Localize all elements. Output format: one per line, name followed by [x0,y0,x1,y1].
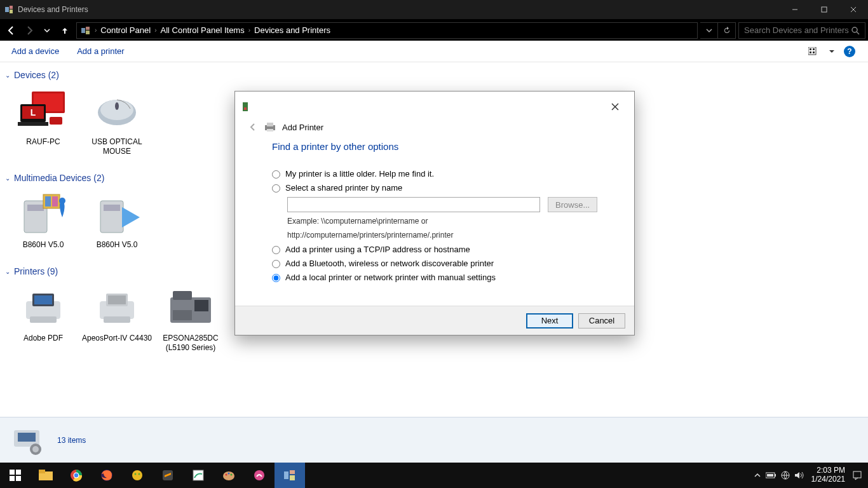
option-label: Select a shared printer by name [285,183,402,193]
taskbar-clock[interactable]: 2:03 PM 1/24/2021 [806,466,850,484]
radio-shared[interactable] [272,184,280,193]
address-bar: › Control Panel › All Control Panel Item… [0,19,868,41]
radio-older[interactable] [272,170,280,179]
section-title: Multimedia Devices (2) [14,173,104,183]
start-button[interactable] [0,463,31,488]
add-printer-dialog: Add Printer Find a printer by other opti… [234,91,635,336]
taskbar-time: 2:03 PM [811,466,845,475]
media-label: B860H V5.0 [8,240,79,250]
svg-rect-60 [10,470,15,475]
svg-rect-12 [808,47,816,55]
add-printer-link[interactable]: Add a printer [77,46,124,56]
device-item[interactable]: USB OPTICAL MOUSE [81,89,153,156]
radio-tcpip[interactable] [272,246,280,254]
search-icon [851,26,860,35]
taskbar-app-draw[interactable] [183,463,214,488]
nav-back-button[interactable] [3,21,20,40]
maximize-button[interactable] [810,0,839,19]
taskbar-sublime[interactable] [153,463,183,488]
dialog-footer: Next Cancel [235,306,634,335]
tray-volume-icon[interactable] [792,463,806,488]
view-dropdown-button[interactable] [825,44,839,58]
printer-item[interactable]: ApeosPort-IV C4430 [81,285,153,353]
taskbar-control-panel[interactable] [275,463,305,488]
option-label: Add a Bluetooth, wireless or network dis… [285,259,494,268]
svg-rect-31 [52,196,58,207]
nav-forward-button[interactable] [20,21,38,40]
tray-battery-icon[interactable] [764,463,778,488]
svg-rect-57 [18,433,36,442]
taskbar-app-pink[interactable] [244,463,275,488]
svg-rect-14 [813,48,815,50]
breadcrumb-item[interactable]: Control Panel [100,25,151,35]
chevron-down-icon: ⌄ [5,175,10,182]
add-device-link[interactable]: Add a device [11,46,59,56]
media-item[interactable]: B860H V5.0 [8,192,79,250]
option-shared-printer[interactable]: Select a shared printer by name [272,183,597,193]
taskbar-chrome[interactable] [61,463,92,488]
section-title: Devices (2) [14,70,59,80]
option-local-printer[interactable]: Add a local printer or network printer w… [272,273,597,282]
pc-icon: L [18,89,69,133]
taskbar-paint[interactable] [214,463,244,488]
printer-item[interactable]: Adobe PDF [8,285,79,353]
radio-bluetooth[interactable] [272,260,280,268]
search-box[interactable] [738,22,865,39]
svg-line-11 [857,32,859,34]
shared-example-line1: Example: \\computername\printername or [287,216,597,226]
printer-item[interactable]: EPSONA285DC (L5190 Series) [155,285,226,353]
svg-rect-74 [193,470,203,480]
breadcrumb-item[interactable]: All Control Panel Items [160,25,244,35]
help-button[interactable]: ? [843,44,857,58]
window-title: Devices and Printers [18,5,88,14]
address-dropdown-button[interactable] [700,22,718,39]
svg-rect-80 [284,471,288,479]
svg-rect-23 [50,117,62,125]
tray-network-icon[interactable] [778,463,792,488]
tray-notifications-icon[interactable] [850,463,864,488]
view-options-button[interactable] [807,44,821,58]
svg-rect-42 [104,316,130,323]
status-text: 13 items [57,436,86,445]
search-input[interactable] [744,25,851,35]
taskbar-app-yellow[interactable] [122,463,153,488]
taskbar: 2:03 PM 1/24/2021 [0,463,868,488]
svg-rect-62 [10,476,15,481]
dialog-back-button[interactable] [248,122,258,132]
next-button[interactable]: Next [526,313,573,329]
device-item[interactable]: L RAUF-PC [8,89,79,156]
cancel-button[interactable]: Cancel [578,313,625,329]
printer-label: ApeosPort-IV C4430 [81,334,153,343]
chevron-down-icon: ⌄ [5,268,10,275]
close-button[interactable] [839,0,868,19]
titlebar-icon [0,5,18,14]
printer-label: EPSONA285DC (L5190 Series) [155,334,226,353]
option-older-printer[interactable]: My printer is a little older. Help me fi… [272,169,597,179]
minimize-button[interactable] [780,0,810,19]
dialog-close-button[interactable] [602,97,628,116]
device-label: USB OPTICAL MOUSE [81,137,153,156]
section-devices-header[interactable]: ⌄ Devices (2) [0,62,868,84]
chevron-right-icon: › [154,27,156,34]
nav-up-button[interactable] [56,21,74,40]
svg-rect-65 [39,470,45,473]
breadcrumb[interactable]: › Control Panel › All Control Panel Item… [76,22,698,39]
breadcrumb-item[interactable]: Devices and Printers [254,25,330,35]
svg-point-70 [132,470,142,480]
option-bluetooth-printer[interactable]: Add a Bluetooth, wireless or network dis… [272,259,597,268]
taskbar-date: 1/24/2021 [811,475,845,484]
nav-recent-button[interactable] [38,21,56,40]
radio-local[interactable] [272,274,280,282]
browse-button[interactable]: Browse... [548,197,597,212]
shared-printer-path-input[interactable] [287,197,540,212]
taskbar-firefox[interactable] [92,463,122,488]
svg-point-10 [852,27,857,32]
svg-point-77 [228,473,230,475]
svg-point-78 [231,474,233,476]
refresh-button[interactable] [718,22,736,39]
media-item[interactable]: B860H V5.0 [81,192,153,250]
tray-chevron-up[interactable] [750,463,764,488]
taskbar-explorer[interactable] [31,463,61,488]
svg-rect-28 [27,205,44,211]
option-tcpip-printer[interactable]: Add a printer using a TCP/IP address or … [272,245,597,254]
